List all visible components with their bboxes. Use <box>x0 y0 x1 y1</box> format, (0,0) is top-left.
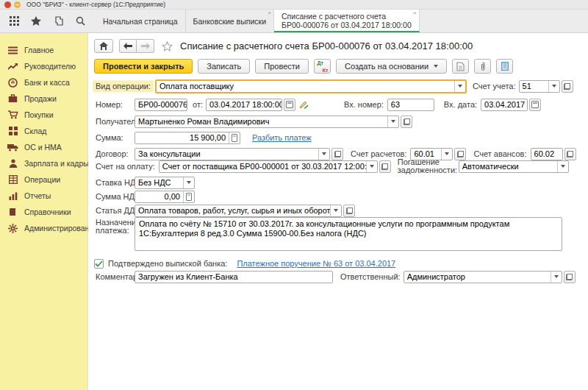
open-button[interactable] <box>564 271 576 283</box>
calendar-button[interactable] <box>529 99 541 111</box>
truck-icon <box>7 142 18 152</box>
payee-field[interactable]: Мартыненко Роман Владимирович <box>135 116 399 128</box>
operation-type-field[interactable]: Оплата поставщику <box>155 79 467 93</box>
open-button[interactable] <box>379 160 391 173</box>
amount-field[interactable]: 15 900,00 <box>135 132 240 144</box>
sidebar-item-salary-hr[interactable]: Зарплата и кадры <box>0 155 87 171</box>
edit-date-icon[interactable] <box>299 100 309 109</box>
open-button[interactable] <box>331 148 343 160</box>
save-button[interactable]: Записать <box>198 59 250 74</box>
open-button[interactable] <box>343 205 355 217</box>
book-icon <box>7 207 18 217</box>
open-icon <box>346 208 353 214</box>
post-button[interactable]: Провести <box>255 59 309 74</box>
confirmed-checkbox[interactable] <box>94 259 104 269</box>
tab-debit-document[interactable]: × Списание с расчетного счета БР00-00007… <box>274 10 420 32</box>
vat-amount-field[interactable]: 0,00 <box>135 191 195 203</box>
account-field[interactable]: 51 <box>519 80 560 93</box>
sidebar-item-main[interactable]: Главное <box>0 42 87 58</box>
confirmed-label: Подтверждено выпиской банка: <box>108 259 227 268</box>
open-button[interactable] <box>562 80 573 93</box>
calculator-icon[interactable] <box>183 191 194 202</box>
payment-purpose-textarea[interactable]: Оплата по счёту № 15710 от 30.03.2017г. … <box>135 217 562 251</box>
sidebar-item-manager[interactable]: Руководителю <box>0 58 87 74</box>
close-icon[interactable]: × <box>413 10 417 16</box>
sidebar-item-operations[interactable]: Операции <box>0 171 87 188</box>
history-icon[interactable] <box>51 15 65 28</box>
responsible-field[interactable]: Администратор <box>404 271 562 283</box>
back-button[interactable] <box>119 39 137 53</box>
attachments-button[interactable] <box>474 59 491 74</box>
row-payee: Получатель: Мартыненко Роман Владимирови… <box>96 115 412 128</box>
dropdown-icon[interactable] <box>366 161 377 172</box>
dropdown-icon[interactable] <box>454 81 465 92</box>
post-and-close-button[interactable]: Провести и закрыть <box>94 59 193 74</box>
sidebar-item-reports[interactable]: Отчеты <box>0 188 87 204</box>
create-based-on-button[interactable]: Создать на основании <box>336 59 447 74</box>
sidebar-item-sales[interactable]: Продажи <box>0 91 87 107</box>
dropdown-icon[interactable] <box>551 272 562 283</box>
in-date-field[interactable]: 03.04.2017 <box>481 99 528 111</box>
row-contract: Договор: За консультации Счет расчетов: … <box>96 147 576 160</box>
register-records-button[interactable] <box>496 59 513 74</box>
dropdown-icon[interactable] <box>387 116 398 127</box>
split-payment-link[interactable]: Разбить платеж <box>252 133 312 142</box>
invoice-field[interactable]: Счет от поставщика БР00-000001 от 30.03.… <box>159 160 378 173</box>
tab-start-page[interactable]: Начальная страница <box>96 10 186 32</box>
open-button[interactable] <box>401 116 412 128</box>
dropdown-icon[interactable] <box>183 177 194 188</box>
comment-field[interactable]: Загружен из Клиент-Банка <box>135 271 333 283</box>
debt-repayment-field[interactable]: Автоматически <box>459 160 569 173</box>
bar-chart-icon <box>7 191 18 201</box>
sidebar-item-warehouse[interactable]: Склад <box>0 123 87 139</box>
open-icon <box>404 118 410 125</box>
sidebar-item-directories[interactable]: Справочники <box>0 204 87 220</box>
print-document-button[interactable] <box>452 59 469 74</box>
payment-order-link[interactable]: Платежное поручение № 63 от 03.04.2017 <box>237 259 395 268</box>
sidebar-item-purchases[interactable]: Покупки <box>0 107 87 123</box>
date-field[interactable]: 03.04.2017 18:00:00 <box>206 99 282 111</box>
tab-bank-statements[interactable]: × Банковские выписки <box>186 10 274 32</box>
cash-flow-item-label: Статья ДДС: <box>96 206 135 215</box>
row-amount: Сумма: 15 900,00 Разбить платеж <box>96 131 312 144</box>
row-vat-amount: Сумма НДС: 0,00 <box>96 190 195 203</box>
comment-label: Комментарий: <box>96 272 135 281</box>
main-menu-icon[interactable] <box>14 1 21 8</box>
dropdown-icon[interactable] <box>557 161 568 172</box>
dtkt-icon: Дт Кт <box>317 61 327 71</box>
contract-field[interactable]: За консультации <box>135 148 330 160</box>
dropdown-icon[interactable] <box>548 81 559 92</box>
sidebar-item-administration[interactable]: Администрирование <box>0 220 87 236</box>
row-confirmed: Подтверждено выпиской банка: Платежное п… <box>94 257 395 270</box>
command-bar: Провести и закрыть Записать Провести Дт … <box>94 59 513 74</box>
favorites-star-icon[interactable] <box>29 15 43 28</box>
in-number-field[interactable]: 63 <box>387 99 434 111</box>
dropdown-icon[interactable] <box>330 205 341 216</box>
home-button[interactable] <box>94 39 113 53</box>
trend-chart-icon <box>7 61 18 71</box>
dropdown-icon[interactable] <box>318 149 329 160</box>
number-field[interactable]: БР00-000076 <box>135 99 187 111</box>
person-icon <box>7 158 18 169</box>
advance-account-field[interactable]: 60.02 <box>531 148 563 160</box>
vat-rate-field[interactable]: Без НДС <box>135 177 195 189</box>
calculator-icon[interactable] <box>229 132 240 143</box>
dtkt-postings-button[interactable]: Дт Кт <box>314 59 331 74</box>
row-invoice: Счет на оплату: Счет от поставщика БР00-… <box>96 160 569 173</box>
row-payment-purpose: Назначение платежа: <box>96 219 135 235</box>
debt-repayment-label: Погашение задолженности: <box>398 158 456 174</box>
briefcase-icon <box>7 93 18 104</box>
sidebar-item-fixed-assets[interactable]: ОС и НМА <box>0 139 87 155</box>
cash-flow-item-field[interactable]: Оплата товаров, работ, услуг, сырья и ин… <box>135 205 342 217</box>
amount-label: Сумма: <box>96 133 135 142</box>
calendar-button[interactable] <box>284 99 295 111</box>
menu-grid-icon[interactable] <box>7 15 21 28</box>
close-icon[interactable]: × <box>268 10 271 16</box>
forward-button[interactable] <box>137 39 154 53</box>
open-button[interactable] <box>454 148 466 160</box>
advance-account-label: Счет авансов: <box>473 149 526 158</box>
open-button[interactable] <box>564 148 576 160</box>
favorite-star-icon[interactable] <box>162 41 173 52</box>
sidebar-item-bank-cash[interactable]: Банк и касса <box>0 74 87 91</box>
search-icon[interactable] <box>74 15 87 28</box>
